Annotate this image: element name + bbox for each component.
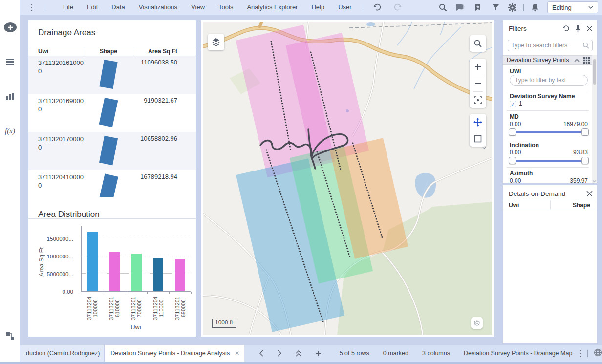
zoom-in-button[interactable]: [470, 59, 486, 75]
y-tick-label: 1500000...: [39, 236, 73, 242]
search-icon[interactable]: [436, 1, 449, 14]
data-table-icon[interactable]: [0, 57, 20, 67]
reset-extent-button[interactable]: [470, 92, 486, 108]
uwi-filter-input[interactable]: [510, 75, 588, 86]
window-edge: [0, 362, 602, 364]
filters-scrollbar[interactable]: [592, 55, 597, 183]
menu-analytics-explorer[interactable]: Analytics Explorer: [240, 0, 304, 15]
pin-icon[interactable]: [572, 22, 583, 34]
inclination-range-slider[interactable]: [510, 157, 588, 164]
map-canvas[interactable]: [203, 22, 492, 335]
shape-cell: [84, 57, 133, 93]
bar-chart-plot[interactable]: 3711320410000037113201610000371132017000…: [81, 226, 191, 292]
bar[interactable]: [109, 252, 120, 291]
md-slider-handle-left[interactable]: [509, 128, 516, 136]
column-header-uwi[interactable]: Uwi: [38, 48, 48, 55]
y-ticks: 1500000...1000000...5000000...0.00: [41, 226, 75, 292]
menu-edit[interactable]: Edit: [80, 0, 105, 15]
chart-title: Area Distribution: [38, 210, 100, 219]
column-header-shape[interactable]: Shape: [84, 48, 133, 55]
md-range-slider[interactable]: [510, 128, 588, 136]
table-row[interactable]: 3711320410000016789218.94: [28, 170, 196, 197]
table-row[interactable]: 371132016900009190321.67: [28, 94, 196, 132]
columns-count: 3 columns: [422, 350, 450, 357]
md-max: 16979.00: [563, 121, 588, 128]
inclination-slider-handle-left[interactable]: [509, 157, 516, 164]
table-grid-icon[interactable]: [583, 57, 590, 64]
menu-tools[interactable]: Tools: [212, 0, 240, 15]
search-icon: [582, 42, 589, 49]
menu-user[interactable]: User: [331, 0, 358, 15]
globe-icon[interactable]: [594, 348, 602, 359]
document-tab[interactable]: duction (Camilo.Rodriguez) ✕: [20, 345, 105, 362]
close-icon[interactable]: [583, 22, 595, 34]
md-slider-handle-right[interactable]: [581, 128, 589, 136]
chevron-up-icon[interactable]: [574, 59, 580, 62]
reset-filters-icon[interactable]: [560, 22, 572, 34]
filter-icon[interactable]: [489, 1, 502, 14]
md-filter-label: MD: [510, 113, 519, 120]
bar[interactable]: [131, 254, 142, 291]
area-cell: 16789218.94: [140, 173, 177, 180]
previous-page-icon[interactable]: [255, 346, 267, 361]
functions-icon[interactable]: f(x): [0, 127, 20, 135]
page-tab-active[interactable]: Deviation Survey Points - Drainage Analy…: [105, 345, 244, 362]
uwi-cell: 37113204100000: [38, 173, 84, 190]
collapse-tabs-icon[interactable]: [292, 346, 305, 361]
mode-dropdown[interactable]: Editing: [547, 1, 598, 13]
inclination-slider-handle-right[interactable]: [581, 157, 589, 164]
gear-icon[interactable]: [506, 1, 518, 14]
filter-search[interactable]: [508, 40, 593, 51]
x-category-label: 37113201610000: [104, 294, 126, 325]
x-category-label: 37113201700000: [126, 294, 148, 325]
filter-search-input[interactable]: [511, 42, 582, 49]
table-title: Drainage Areas: [38, 28, 95, 38]
menu-help[interactable]: Help: [304, 0, 331, 15]
bar[interactable]: [153, 258, 163, 291]
menu-file[interactable]: File: [56, 0, 80, 15]
undo-icon[interactable]: [371, 1, 384, 14]
notifications-bell-icon[interactable]: [529, 1, 541, 14]
next-page-icon[interactable]: [274, 346, 286, 361]
bar[interactable]: [87, 232, 98, 291]
visualization-types-icon[interactable]: [0, 92, 20, 102]
dsn-checkbox[interactable]: ✓: [510, 101, 516, 107]
close-icon[interactable]: ✕: [235, 350, 239, 357]
map-search-button[interactable]: [470, 35, 486, 52]
table-row[interactable]: 3711320170000010658802.96: [28, 132, 196, 170]
data-canvas-icon[interactable]: [0, 331, 20, 341]
more-menu-icon[interactable]: [31, 4, 32, 11]
bar[interactable]: [175, 259, 185, 291]
table-row[interactable]: 3711320161000011096038.50: [28, 56, 196, 94]
close-icon[interactable]: [583, 188, 595, 199]
map-tools: [470, 114, 486, 147]
dsn-checkbox-label: 1: [519, 100, 522, 107]
dod-column-uwi[interactable]: Uwi: [509, 202, 519, 209]
redo-icon[interactable]: [391, 1, 404, 14]
zoom-out-button[interactable]: [470, 75, 486, 91]
column-header-area[interactable]: Area Sq Ft: [148, 48, 177, 55]
map-panel: 1000 ft: [200, 20, 494, 337]
toolbar-divider: [363, 4, 363, 11]
menu-data[interactable]: Data: [105, 0, 131, 15]
x-tick: [191, 292, 192, 294]
layers-button[interactable]: [208, 34, 224, 50]
scroll-down-icon[interactable]: [593, 180, 596, 183]
tool-expand-chevron[interactable]: [482, 142, 486, 151]
menu-view[interactable]: View: [184, 0, 212, 15]
statusbar-more-icon[interactable]: [580, 350, 581, 357]
attribution-button[interactable]: [471, 317, 483, 329]
x-category-label: 37113204100000: [82, 294, 104, 325]
add-visualization-icon[interactable]: [0, 21, 20, 33]
pan-tool-button[interactable]: [470, 114, 486, 130]
area-cell: 11096038.50: [141, 59, 177, 66]
mode-label: Editing: [552, 4, 572, 11]
application: f(x) File Edit Data Visualizations View …: [0, 0, 602, 364]
filter-group-header[interactable]: Deviation Survey Points: [503, 55, 593, 65]
add-page-icon[interactable]: [312, 346, 325, 361]
bookmark-icon[interactable]: [472, 1, 484, 14]
drainage-panel: Drainage Areas Uwi Shape Area Sq Ft 3711…: [28, 20, 196, 337]
menu-visualizations[interactable]: Visualizations: [132, 0, 184, 15]
comments-icon[interactable]: [454, 1, 467, 14]
dod-column-shape[interactable]: Shape: [573, 202, 590, 209]
